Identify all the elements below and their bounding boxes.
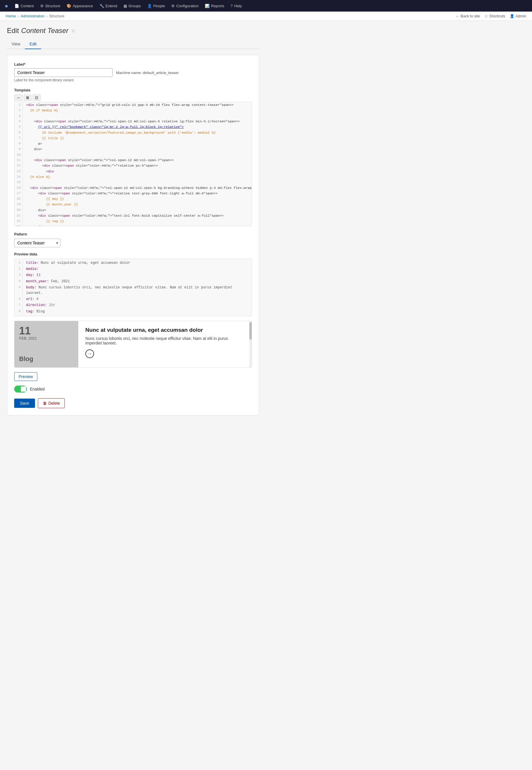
tab-bar: View Edit	[7, 39, 259, 49]
pattern-select[interactable]: Content Teaser	[14, 239, 60, 247]
groups-nav-icon: ▦	[124, 4, 127, 8]
nav-item-people[interactable]: 👤 People	[144, 2, 168, 10]
code-line: 17 <div class=<span style="color:#07a;">…	[14, 191, 252, 196]
nav-item-help[interactable]: ? Help	[228, 2, 245, 10]
line-content	[25, 152, 252, 158]
line-content: <div class=<span style="color:#07a;">"co…	[25, 185, 252, 191]
preview-tag: Blog	[19, 355, 73, 363]
breadcrumb-structure: Structure	[49, 14, 65, 18]
line-content: a>	[25, 141, 252, 146]
line-number: 2	[14, 108, 23, 113]
preview-data-line: 7direction: ltr	[14, 302, 252, 308]
top-nav: ● 📄 Content ⚙ Structure 🎨 Appearance 🔧 E…	[0, 0, 532, 12]
line-content: {{ day }}	[25, 196, 252, 202]
line-number: 18	[14, 196, 23, 202]
action-buttons: Save 🗑 Delete	[14, 398, 252, 408]
preview-data-line-content: day: 11	[25, 272, 42, 278]
code-line: 7 {{ title }}	[14, 135, 252, 141]
nav-item-extend[interactable]: 🔧 Extend	[97, 2, 120, 10]
delete-button[interactable]: 🗑 Delete	[38, 398, 65, 408]
preview-data-line-content: url: #	[25, 296, 40, 302]
line-number: 5	[14, 124, 23, 130]
breadcrumb-bar: Home › Administration › Structure ← Back…	[0, 12, 532, 21]
main-content: Edit Content Teaser ☆ View Edit Label* M…	[0, 21, 266, 426]
code-editor[interactable]: 1<div class=<span style="color:#07a;">"g…	[14, 102, 252, 226]
back-arrow-icon: ←	[456, 14, 459, 18]
line-content: {% if media %}	[25, 108, 252, 113]
preview-actions: Preview	[14, 372, 252, 381]
breadcrumb-administration[interactable]: Administration	[21, 14, 44, 18]
code-line: 16 <div class=<span style="color:#07a;">…	[14, 185, 252, 191]
code-line: 9 div>	[14, 146, 252, 152]
preview-data-section: Preview data 1title: Nunc at vulputate u…	[14, 252, 252, 316]
line-number: 12	[14, 163, 23, 168]
line-number: 23	[14, 224, 23, 226]
line-number: 4	[14, 119, 23, 124]
breadcrumb-home[interactable]: Home	[6, 14, 16, 18]
preview-data-line-number: 6	[14, 296, 23, 302]
favorite-star-icon[interactable]: ☆	[71, 27, 76, 34]
help-nav-icon: ?	[231, 4, 233, 8]
shortcuts-link[interactable]: ☆ Shortcuts	[485, 14, 505, 18]
nav-logo: ●	[5, 3, 8, 9]
toolbar-btn-grid[interactable]: ⊞	[24, 95, 32, 101]
admin-icon: 👤	[510, 14, 514, 18]
code-line: 21 <div class=<span style="color:#07a;">…	[14, 213, 252, 218]
code-line: 18 {{ day }}	[14, 196, 252, 202]
line-number: 9	[14, 146, 23, 152]
preview-card-wrap: 11 FEB, 2021 Blog Nunc at vulputate urna…	[14, 321, 252, 368]
enabled-toggle-wrap: Enabled	[14, 386, 252, 393]
structure-nav-icon: ⚙	[40, 4, 44, 8]
field-hint: Label for the component library variant.	[14, 78, 252, 82]
preview-button[interactable]: Preview	[14, 372, 37, 381]
preview-data-line-number: 8	[14, 309, 23, 315]
line-content: div>	[25, 146, 252, 152]
tab-edit[interactable]: Edit	[25, 39, 41, 49]
preview-card: 11 FEB, 2021 Blog Nunc at vulputate urna…	[14, 321, 252, 367]
code-line: 5 {{ url }}" rel="bookmark" class="lg:mr…	[14, 124, 252, 130]
nav-item-groups[interactable]: ▦ Groups	[121, 2, 144, 10]
code-line: 23 div>	[14, 224, 252, 226]
breadcrumb-sep-1: ›	[18, 14, 19, 18]
code-line: 12 <div class=<span style="color:#07a;">…	[14, 163, 252, 168]
enabled-toggle[interactable]	[14, 386, 27, 393]
line-content: div>	[25, 207, 252, 213]
preview-data-line-number: 1	[14, 260, 23, 266]
line-content: div>	[25, 224, 252, 226]
line-number: 17	[14, 191, 23, 196]
preview-data-line: 4month_year: Feb, 2021	[14, 279, 252, 285]
back-to-site-link[interactable]: ← Back to site	[456, 14, 480, 18]
toolbar-btn-fullscreen[interactable]: ⊡	[33, 95, 41, 101]
nav-item-structure[interactable]: ⚙ Structure	[37, 2, 63, 10]
toolbar-btn-expand[interactable]: ↔	[14, 95, 23, 101]
star-nav-icon: ☆	[485, 14, 488, 18]
admin-link[interactable]: 👤 Admin	[510, 14, 526, 18]
preview-title: Nunc at vulputate urna, eget accumsan do…	[85, 327, 245, 333]
line-content: {% else %}	[25, 174, 252, 180]
nav-item-appearance[interactable]: 🎨 Appearance	[64, 2, 96, 10]
preview-left-panel: 11 FEB, 2021 Blog	[14, 321, 78, 367]
preview-arrow-btn[interactable]: →	[85, 349, 94, 358]
nav-item-content[interactable]: 📄 Content	[12, 2, 37, 10]
line-number: 19	[14, 202, 23, 207]
nav-item-reports[interactable]: 📊 Reports	[202, 2, 227, 10]
preview-data-line-content: tag: Blog	[25, 309, 46, 315]
code-line: 22 {{ tag }}	[14, 218, 252, 224]
pattern-section: Pattern Content Teaser ▾	[14, 232, 252, 247]
breadcrumb-sep-2: ›	[46, 14, 47, 18]
breadcrumb: Home › Administration › Structure	[6, 14, 65, 18]
nav-item-configuration[interactable]: ⚙ Configuration	[168, 2, 201, 10]
preview-data-label: Preview data	[14, 252, 252, 256]
preview-data-line: 2media:	[14, 266, 252, 272]
preview-scrollbar[interactable]	[249, 321, 252, 367]
appearance-nav-icon: 🎨	[67, 4, 71, 8]
preview-data-line: 8tag: Blog	[14, 309, 252, 315]
line-number: 11	[14, 157, 23, 163]
label-input[interactable]	[14, 68, 113, 77]
tab-view[interactable]: View	[7, 39, 25, 49]
line-number: 13	[14, 169, 23, 174]
extend-nav-icon: 🔧	[100, 4, 104, 8]
line-number: 21	[14, 213, 23, 218]
save-button[interactable]: Save	[14, 399, 35, 408]
line-content: <div class=<span style="color:#07a;">"co…	[25, 157, 252, 163]
